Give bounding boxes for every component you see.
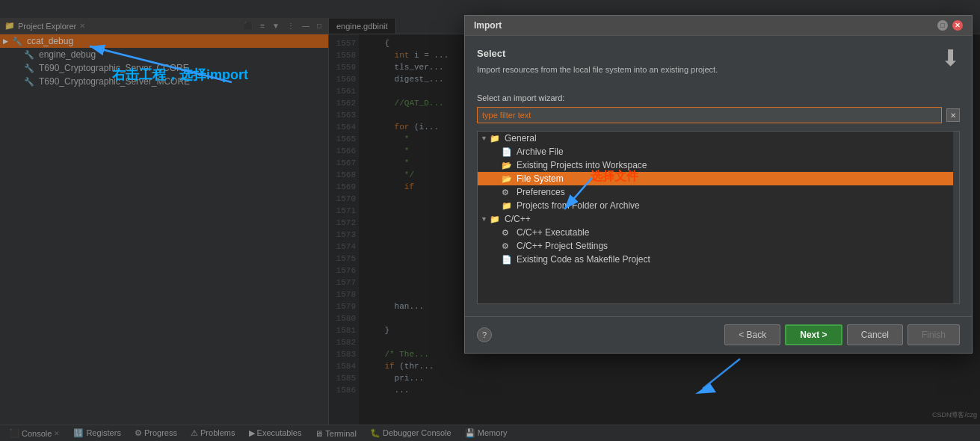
dialog-footer: ? < Back Next > Cancel Finish bbox=[465, 316, 972, 353]
tree-container: ▼ 📁 General 📄 Archive File 📂 Existing Pr… bbox=[477, 131, 960, 304]
dialog-body: Select Import resources from the local f… bbox=[465, 36, 972, 316]
folder-icon: 📁 bbox=[502, 201, 514, 211]
footer-left: ? bbox=[477, 327, 492, 342]
prefs-icon: ⚙ bbox=[502, 188, 514, 197]
import-dialog: Import □ ✕ Select Import resources from … bbox=[464, 15, 973, 354]
dialog-section-title: Select bbox=[477, 48, 718, 59]
finish-button[interactable]: Finish bbox=[907, 324, 960, 345]
modal-overlay: Import □ ✕ Select Import resources from … bbox=[0, 0, 980, 441]
dialog-controls: □ ✕ bbox=[937, 20, 963, 31]
tree-item-cpp-executable[interactable]: ⚙ C/C++ Executable bbox=[478, 226, 953, 239]
settings-icon: ⚙ bbox=[502, 241, 514, 251]
tree-item-existing-projects[interactable]: 📂 Existing Projects into Workspace bbox=[478, 158, 953, 172]
footer-right: < Back Next > Cancel Finish bbox=[724, 324, 960, 345]
filter-input[interactable] bbox=[477, 107, 942, 123]
tree-item-preferences[interactable]: ⚙ Preferences bbox=[478, 185, 953, 199]
help-button[interactable]: ? bbox=[477, 327, 492, 342]
file-icon: 📄 bbox=[502, 147, 514, 157]
tree-item-cpp-project-settings[interactable]: ⚙ C/C++ Project Settings bbox=[478, 239, 953, 253]
tree-group-cpp[interactable]: ▼ 📁 C/C++ bbox=[478, 212, 953, 226]
tree-item-projects-folder[interactable]: 📁 Projects from Folder or Archive bbox=[478, 199, 953, 212]
dialog-description: Import resources from the local file sys… bbox=[477, 65, 718, 74]
back-button[interactable]: < Back bbox=[724, 324, 780, 345]
dialog-titlebar: Import □ ✕ bbox=[465, 16, 972, 36]
cancel-button[interactable]: Cancel bbox=[847, 324, 903, 345]
expand-icon: ▼ bbox=[481, 135, 490, 142]
cpp-icon: 📁 bbox=[490, 215, 502, 224]
tree-group-general[interactable]: ▼ 📁 General bbox=[478, 132, 953, 145]
filter-row: ✕ bbox=[477, 107, 960, 123]
projects-icon: 📂 bbox=[502, 161, 514, 170]
filter-clear-button[interactable]: ✕ bbox=[946, 108, 960, 122]
tree-item-archive-file[interactable]: 📄 Archive File bbox=[478, 145, 953, 158]
filesystem-icon: 📂 bbox=[502, 174, 514, 184]
wizard-label: Select an import wizard: bbox=[477, 93, 960, 102]
dialog-close-button[interactable]: ✕ bbox=[952, 20, 963, 31]
dialog-title: Import bbox=[474, 20, 502, 31]
expand-icon: ▼ bbox=[481, 215, 490, 223]
dialog-maximize-button[interactable]: □ bbox=[937, 20, 948, 31]
exe-icon: ⚙ bbox=[502, 228, 514, 238]
folder-icon: 📁 bbox=[490, 134, 502, 144]
makefile-icon: 📄 bbox=[502, 255, 514, 265]
next-button[interactable]: Next > bbox=[785, 324, 842, 345]
tree-item-existing-makefile[interactable]: 📄 Existing Code as Makefile Project bbox=[478, 253, 953, 266]
watermark: CSDN博客/czg bbox=[932, 410, 977, 420]
tree-item-file-system[interactable]: 📂 File System bbox=[478, 172, 953, 185]
import-icon: ⬇ bbox=[941, 45, 960, 71]
scrollbar[interactable] bbox=[953, 132, 959, 303]
wizard-tree[interactable]: ▼ 📁 General 📄 Archive File 📂 Existing Pr… bbox=[478, 132, 953, 303]
